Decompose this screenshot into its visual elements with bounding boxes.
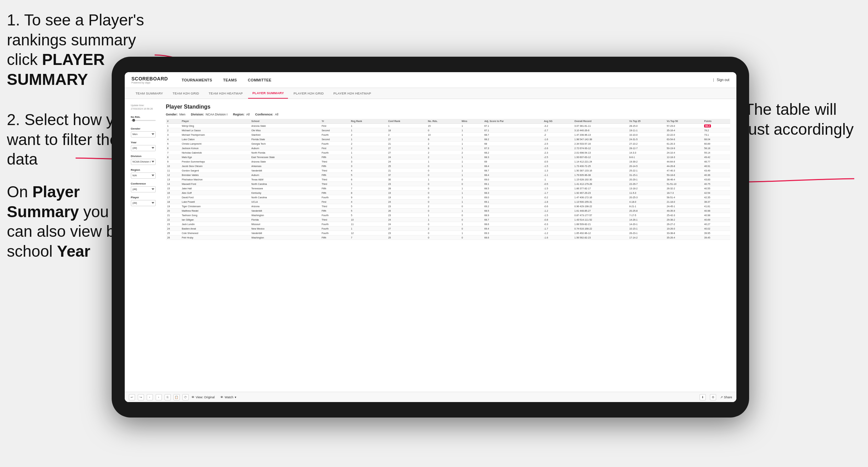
table-cell: 14-26-1 xyxy=(628,218,665,222)
filter-player-select[interactable]: (All) xyxy=(131,200,156,206)
table-cell: Gordon Sargent xyxy=(180,168,250,173)
table-cell: 68.5 xyxy=(483,186,543,191)
table-cell: 13 xyxy=(166,177,180,182)
filter-region-select[interactable]: N/A xyxy=(131,173,156,179)
table-cell: -2.3 xyxy=(543,151,573,155)
table-cell: 26-27-2 xyxy=(665,222,703,226)
table-cell: 0 xyxy=(426,195,460,200)
undo-btn[interactable]: ↩ xyxy=(129,394,135,400)
redo-btn[interactable]: ↪ xyxy=(138,394,144,400)
subnav-player-h2h-grid[interactable]: PLAYER H2H GRID xyxy=(289,88,328,99)
table-cell: 7-17-5 xyxy=(628,213,665,218)
table-cell: Fifth xyxy=(320,191,349,195)
table-cell: 68.3 xyxy=(483,191,543,195)
view-original[interactable]: 👁 View: Original xyxy=(191,396,215,399)
sign-out-link[interactable]: Sign out xyxy=(717,78,730,82)
nav-committee[interactable]: COMMITTEE xyxy=(242,72,277,88)
table-cell: 1 xyxy=(349,124,387,128)
filter-gender-select[interactable]: Men xyxy=(131,131,156,137)
subnav-team-summary[interactable]: TEAM SUMMARY xyxy=(132,88,167,99)
table-cell: Wenyi Ding xyxy=(180,124,250,128)
filter-region-label: Region xyxy=(131,168,161,171)
table-cell: 7 xyxy=(349,186,387,191)
table-row: 15Jake HallTennesseeFifth7280168.5-1.51.… xyxy=(166,186,730,191)
table-cell: Fourth xyxy=(320,213,349,218)
table-cell: Fifth xyxy=(320,235,349,240)
subnav-team-h2h-heatmap[interactable]: TEAM H2H HEATMAP xyxy=(204,88,247,99)
watch-btn[interactable]: 👁 Watch ▾ xyxy=(220,396,236,399)
table-cell: 2 xyxy=(426,151,460,155)
table-row: 26Petr HrubyWashingtonFifth7250068.6-1.6… xyxy=(166,235,730,240)
main-content: Update time: 27/03/2024 16:56:26 No Rds.… xyxy=(125,99,736,402)
step3-bold2: Year xyxy=(57,242,90,260)
table-cell: 1.73 400-72-25 xyxy=(573,164,628,168)
table-cell: Washington xyxy=(250,213,320,218)
paste-btn[interactable]: 📋 xyxy=(174,394,180,400)
table-cell: 1.66 377-82-17 xyxy=(573,186,628,191)
table-cell: 2 xyxy=(349,142,387,146)
table-cell: Nicholas Gabrelcik xyxy=(180,151,250,155)
table-cell: -2.5 xyxy=(543,155,573,159)
subnav-team-h2h-grid[interactable]: TEAM H2H GRID xyxy=(168,88,203,99)
clock-btn[interactable]: ⏱ xyxy=(182,394,189,400)
table-cell: 23 xyxy=(387,231,427,235)
table-scroll-container[interactable]: # Player School Yr Reg Rank Conf Rank No… xyxy=(166,119,730,353)
table-cell: 46.77 xyxy=(703,159,730,164)
nav-teams[interactable]: TEAMS xyxy=(218,72,242,88)
table-cell: 1 xyxy=(349,182,387,186)
table-cell: 1.79 605-96-38 xyxy=(573,173,628,177)
table-cell: 1.65 492-96-12 xyxy=(573,231,628,235)
table-cell: 1.15 628-192-30 xyxy=(573,177,628,182)
table-cell: 0 xyxy=(460,235,483,240)
filters-panel: Update time: 27/03/2024 16:56:26 No Rds.… xyxy=(131,104,161,387)
table-cell: 20-14-5 xyxy=(628,164,665,168)
col-reg-rank: Reg Rank xyxy=(349,119,387,124)
table-cell: 78.2 xyxy=(703,128,730,133)
no-rds-slider-track[interactable] xyxy=(131,120,156,121)
filter-conference-select[interactable]: (All) xyxy=(131,186,156,192)
table-cell: 1 xyxy=(460,168,483,173)
no-rds-slider-thumb[interactable] xyxy=(132,119,135,122)
col-player: Player xyxy=(180,119,250,124)
filter-division-select[interactable]: NCAA Division I xyxy=(131,159,156,165)
table-cell: 69.1 xyxy=(483,200,543,204)
table-cell: 40.98 xyxy=(703,213,730,218)
table-row: 20Matthew RiedelVanderbiltFifth5260168.5… xyxy=(166,209,730,213)
table-cell: 1 xyxy=(349,155,387,159)
table-cell: 29-38-2 xyxy=(665,218,703,222)
subnav-player-summary[interactable]: PLAYER SUMMARY xyxy=(248,88,288,99)
settings-btn[interactable]: ⚙ xyxy=(710,394,716,400)
table-cell: 24 xyxy=(387,159,427,164)
table-cell: North Florida xyxy=(250,151,320,155)
display-gender-value: Men xyxy=(179,113,186,116)
table-cell: Phichaksn Maichon xyxy=(180,177,250,182)
table-cell: 1 xyxy=(460,155,483,159)
nav-tournaments[interactable]: TOURNAMENTS xyxy=(176,72,218,88)
table-cell: 58.18 xyxy=(703,146,730,151)
table-cell: 0 xyxy=(460,204,483,209)
table-cell: 68.2 xyxy=(483,137,543,142)
table-cell: 61-20-3 xyxy=(665,142,703,146)
table-cell: 68.2 xyxy=(483,151,543,155)
table-cell: 1.92 467-29-23 xyxy=(573,191,628,195)
table-cell: -2 xyxy=(543,133,573,137)
table-row: 13Phichaksn MaichonTexas A&MThird6301069… xyxy=(166,177,730,182)
download-btn[interactable]: ⬇ xyxy=(700,394,706,400)
table-row: 22Ian GilliganFloridaThird10241068.7-0.8… xyxy=(166,218,730,222)
table-cell: 19-39-2 xyxy=(628,159,665,164)
next-btn[interactable]: › xyxy=(156,394,162,400)
copy-btn[interactable]: ⎘ xyxy=(165,394,171,400)
table-cell: 35-26-4 xyxy=(665,235,703,240)
prev-btn[interactable]: ‹ xyxy=(147,394,153,400)
table-row: 23Jack LundinMissouriFourth11240168.6-0.… xyxy=(166,222,730,226)
subnav-player-h2h-heatmap[interactable]: PLAYER H2H HEATMAP xyxy=(329,88,375,99)
filter-year-select[interactable]: (All) xyxy=(131,145,156,151)
table-cell: 68.04 xyxy=(703,137,730,142)
table-cell: 0 xyxy=(460,177,483,182)
table-cell: Fourth xyxy=(320,142,349,146)
table-row: 9Preston SummerhaysArizona StateThird324… xyxy=(166,159,730,164)
table-cell: Maxwell Ford xyxy=(180,182,250,186)
table-cell: 2.34 533-57-16 xyxy=(573,142,628,146)
table-cell: Jack Lundin xyxy=(180,222,250,226)
share-btn[interactable]: ↗ Share xyxy=(720,396,732,399)
